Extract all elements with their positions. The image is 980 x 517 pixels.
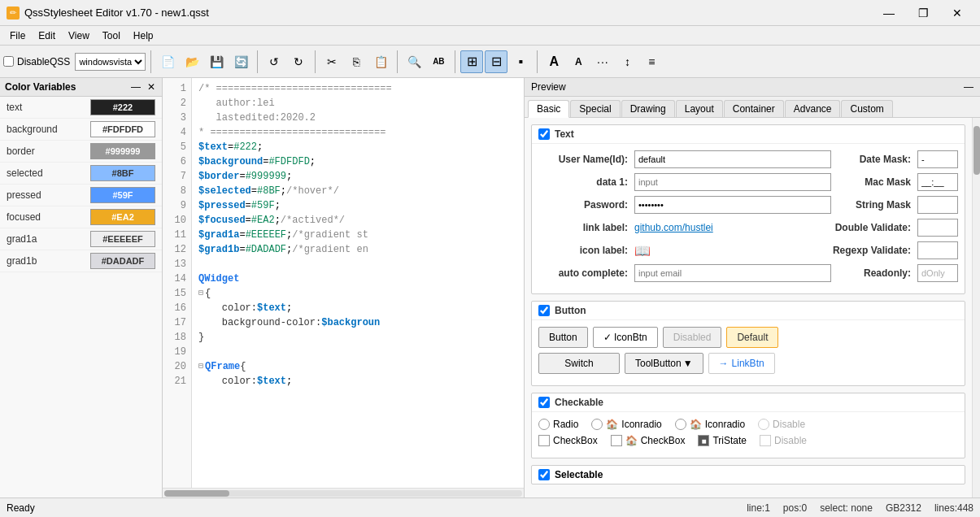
tab-special[interactable]: Special xyxy=(570,100,620,117)
format2-button[interactable]: ≡ xyxy=(640,50,663,73)
tab-layout[interactable]: Layout xyxy=(676,100,723,117)
color-swatch-selected[interactable]: #8BF xyxy=(90,165,155,181)
stringmask-input[interactable] xyxy=(917,196,958,214)
copy-button[interactable]: ⎘ xyxy=(345,50,368,73)
autocomplete-input[interactable] xyxy=(634,264,831,282)
radio-item-2[interactable]: 🏠 Iconradio xyxy=(591,419,661,430)
new-button[interactable]: 📄 xyxy=(156,50,179,73)
disable-qss-checkbox[interactable]: DisableQSS xyxy=(3,56,70,67)
scrollbar-thumb[interactable] xyxy=(164,490,229,497)
menu-file[interactable]: File xyxy=(3,28,32,43)
btn-toolbutton[interactable]: ToolButton ▼ xyxy=(625,353,703,374)
editor-content[interactable]: 1 2 3 4 5 6 7 8 9 10 11 12 13 14 15 16 1… xyxy=(163,78,524,488)
checkbox-item-2[interactable]: 🏠 CheckBox xyxy=(611,435,686,446)
color-swatch-grad1a[interactable]: #EEEEEF xyxy=(90,231,155,247)
link-value[interactable]: github.com/hustlei xyxy=(634,222,815,233)
button-section-checkbox[interactable] xyxy=(538,305,550,316)
menu-tool[interactable]: Tool xyxy=(96,28,127,43)
btn-disabled[interactable]: Disabled xyxy=(663,327,722,348)
color-swatch-pressed[interactable]: #59F xyxy=(90,187,155,203)
menu-edit[interactable]: Edit xyxy=(32,28,62,43)
code-hash-8: #8BF xyxy=(257,184,281,198)
code-area[interactable]: /* ============================== author… xyxy=(192,78,524,488)
tab-drawing[interactable]: Drawing xyxy=(621,100,675,117)
line-num-5: 5 xyxy=(163,140,191,154)
code-line-16: color: $text; xyxy=(198,301,517,315)
password-input[interactable] xyxy=(634,196,831,214)
color-panel-close[interactable]: ✕ xyxy=(146,81,157,93)
tab-advance[interactable]: Advance xyxy=(785,100,841,117)
grid3-button[interactable]: ▪ xyxy=(509,50,532,73)
replace-button[interactable]: AB xyxy=(427,50,450,73)
checkable-section-checkbox[interactable] xyxy=(538,397,550,408)
macmask-input[interactable] xyxy=(917,173,958,191)
readonly-input[interactable] xyxy=(917,264,958,282)
tab-container[interactable]: Container xyxy=(724,100,784,117)
btn-switch[interactable]: Switch xyxy=(538,353,620,374)
data1-input[interactable] xyxy=(634,173,831,191)
preview-title: Preview xyxy=(531,81,566,93)
find-button[interactable]: 🔍 xyxy=(403,50,425,73)
color-panel-minimize[interactable]: — xyxy=(129,81,142,93)
regexpvalidate-input[interactable] xyxy=(917,241,958,259)
menu-view[interactable]: View xyxy=(62,28,96,43)
radio-item-4[interactable]: Disable xyxy=(758,419,805,430)
preview-minimize-icon[interactable]: — xyxy=(964,81,973,93)
redo-button[interactable]: ↻ xyxy=(287,50,310,73)
save-button[interactable]: 💾 xyxy=(205,50,228,73)
preview-scrollbar-thumb[interactable] xyxy=(973,126,980,175)
radio-item-3[interactable]: 🏠 Iconradio xyxy=(675,419,745,430)
checkbox-item-3[interactable]: ■ TriState xyxy=(698,435,747,446)
grid2-button[interactable]: ⊟ xyxy=(485,50,507,73)
close-button[interactable]: ✕ xyxy=(941,2,973,24)
minimize-button[interactable]: — xyxy=(873,2,905,24)
tab-basic[interactable]: Basic xyxy=(528,100,569,118)
color-swatch-border[interactable]: #999999 xyxy=(90,143,155,159)
btn-button[interactable]: Button xyxy=(538,327,588,348)
line-num-20: 20 xyxy=(163,359,191,374)
main-content: Color Variables — ✕ text #222 background… xyxy=(0,78,980,497)
code-semi-16: ; xyxy=(286,301,292,315)
dots-button[interactable]: ··· xyxy=(591,50,614,73)
btn-linkbtn[interactable]: → LinkBtn xyxy=(708,353,775,374)
open-button[interactable]: 📂 xyxy=(181,50,203,73)
radio-item-1[interactable]: Radio xyxy=(538,419,578,430)
color-swatch-background[interactable]: #FDFDFD xyxy=(90,121,155,137)
style-select[interactable]: windowsvista fusion windows xyxy=(75,53,146,71)
preview-scrollbar[interactable] xyxy=(972,118,980,497)
undo-button[interactable]: ↺ xyxy=(263,50,285,73)
line-numbers: 1 2 3 4 5 6 7 8 9 10 11 12 13 14 15 16 1… xyxy=(163,78,192,488)
maximize-button[interactable]: ❐ xyxy=(907,2,939,24)
text-large-button[interactable]: A xyxy=(542,50,565,73)
checkable-section: Checkable Radio 🏠 Iconra xyxy=(531,393,965,458)
radio-circle-4 xyxy=(758,419,769,430)
format1-button[interactable]: ↕ xyxy=(616,50,638,73)
btn-iconbtn[interactable]: ✓ IconBtn xyxy=(593,327,658,348)
reload-button[interactable]: 🔄 xyxy=(229,50,252,73)
checkbox-item-4[interactable]: Disable xyxy=(760,435,807,446)
paste-button[interactable]: 📋 xyxy=(369,50,392,73)
cut-button[interactable]: ✂ xyxy=(320,50,343,73)
datemask-input[interactable] xyxy=(917,150,958,168)
checkbox-item-1[interactable]: CheckBox xyxy=(538,435,598,446)
line-num-4: 4 xyxy=(163,125,191,140)
selectable-checkbox[interactable] xyxy=(538,469,550,480)
disable-qss-input[interactable] xyxy=(3,56,14,67)
username-input[interactable] xyxy=(634,150,831,168)
color-swatch-text[interactable]: #222 xyxy=(90,99,155,115)
line-num-6: 6 xyxy=(163,154,191,169)
doublevalidate-input[interactable] xyxy=(917,219,958,237)
tab-custom[interactable]: Custom xyxy=(841,100,892,117)
text-section-checkbox[interactable] xyxy=(538,128,550,140)
code-line-8: $selected = #8BF; /*hover*/ xyxy=(198,184,517,198)
color-swatch-focused[interactable]: #EA2 xyxy=(90,209,155,225)
grid1-button[interactable]: ⊞ xyxy=(460,50,483,73)
code-var-11: $grad1a xyxy=(198,228,239,242)
color-swatch-grad1b[interactable]: #DADADF xyxy=(90,253,155,269)
menu-help[interactable]: Help xyxy=(127,28,160,43)
doublevalidate-label: Double Validate: xyxy=(821,222,911,233)
code-semi-7: ; xyxy=(286,169,292,184)
btn-default[interactable]: Default xyxy=(726,327,778,348)
text-small-button[interactable]: A xyxy=(567,50,590,73)
editor-horizontal-scrollbar[interactable] xyxy=(163,488,524,497)
